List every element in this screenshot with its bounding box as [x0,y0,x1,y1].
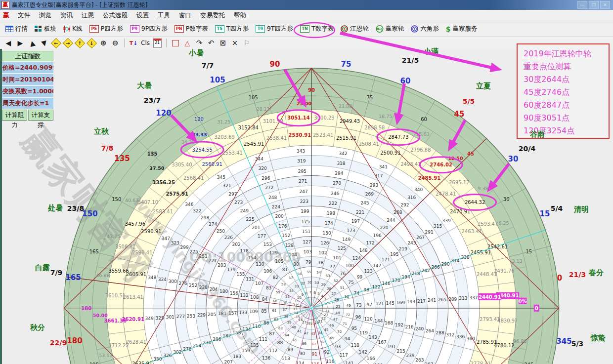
toolbar-item-ps[interactable]: PSP四方形 [86,23,127,36]
rotate-ccw-icon[interactable]: ↶ [206,38,217,48]
annotation-line: 重要点位测算 [524,60,607,73]
calc-resistance-button[interactable]: 计算阻力 [2,110,27,121]
board-icon[interactable]: ⚐ [241,38,252,48]
triangle-tool-icon[interactable]: △ [182,38,193,48]
zoom-in-icon[interactable]: ⊕ [98,38,109,48]
svg-text:Big: Big [377,27,383,31]
close-button[interactable]: ✕ [600,1,610,9]
menu-item[interactable]: 交易委托 [196,11,229,20]
nav-right-icon: ▶ [18,39,23,47]
kline-icon [63,26,70,33]
nav-up-icon[interactable]: ▲ [27,38,38,48]
delete-box-icon[interactable]: ⊠ [218,38,228,48]
menu-item[interactable]: 浏览 [35,11,56,20]
menu-item[interactable]: 帮助 [229,11,251,20]
ts-icon: TS [215,25,224,33]
nav-up-icon: ▲ [29,39,36,47]
index-name: 上证指数 [2,51,53,61]
toolbar-separator [124,39,125,47]
toolbar-item-tn[interactable]: TNT数字表 [297,23,337,36]
pan-left-icon[interactable]: ← [50,38,61,48]
app-logo-icon: 赢 [3,11,9,20]
info-row: 变换系数=1.00000 [2,86,53,97]
menu-item[interactable]: 江恩 [77,11,98,20]
main-toolbar: 行情板块K线PSP四方形P99P四方形PNP数字表TST四方形T99T四方形TN… [0,21,613,37]
nav-down-icon[interactable]: ▼ [39,38,49,48]
menu-item[interactable]: 工具 [153,11,175,20]
pan-right-icon: → [62,38,73,48]
nav-down-icon: ▼ [41,39,47,47]
menu-item[interactable]: 公式选股 [98,11,132,20]
dollar-icon: $ [446,25,451,33]
pan-up-icon: ↑ [74,38,85,48]
time-price-icon: T↓ [130,40,138,46]
nav-left-icon[interactable]: ◀ [3,38,14,48]
zoom-out-icon[interactable]: ⊖ [110,38,121,48]
toolbar-item-ts[interactable]: TST四方形 [212,23,252,36]
toolbar-item-label: 江恩轮 [350,25,369,33]
toolbar-item-gann-wheel[interactable]: 江恩轮 [337,23,372,36]
window-controls: —❐✕ [577,1,610,9]
hexagon-icon [411,25,418,33]
toolbar-item-label: 9T四方形 [267,25,293,33]
annotation-line: 120度3254点 [524,124,607,137]
toolbar-item-label: T四方形 [226,25,249,33]
window-title: 赢家江恩专业版[赢家服务平台] - [上证指数 江恩轮] [12,1,148,9]
pan-down-icon[interactable]: ↓ [86,38,97,48]
toolbar-item-label: 赢家服务 [452,25,477,33]
winner-wheel-icon: Big [376,25,384,33]
quotes-table-icon [5,26,13,32]
annotation-line: 60度2847点 [524,99,607,112]
title-bar: 赢 赢家江恩专业版[赢家服务平台] - [上证指数 江恩轮] —❐✕ [0,0,613,10]
minimize-button[interactable]: — [577,1,587,9]
menu-item[interactable]: 设置 [132,11,153,20]
cls-button: Cls [141,40,150,46]
annotation-line: 30度2644点 [524,73,607,86]
time-price-icon[interactable]: T↓ [128,38,139,48]
annotation-line: 45度2746点 [524,86,607,99]
cls-button[interactable]: Cls [140,38,151,48]
menu-item[interactable]: 窗口 [175,11,196,20]
toolbar-item-quotes-table[interactable]: 行情 [2,23,31,36]
toolbar-item-hexagon[interactable]: 六角形 [407,23,442,36]
toolbar-item-kline[interactable]: K线 [60,23,86,36]
toolbar-item-label: P数字表 [186,25,208,33]
ps-icon: PS [89,25,99,33]
annotation-box: 2019年江恩轮中轮重要点位测算30度2644点45度2746点60度2847点… [517,43,610,139]
zoom-in-icon: ⊕ [100,39,107,47]
toolbar-item-label: P四方形 [101,25,123,33]
annotation-line: 2019年江恩轮中轮 [524,47,607,60]
calc-support-button[interactable]: 计算支撑 [28,110,53,121]
nav-right-icon[interactable]: ▶ [15,38,26,48]
toolbar-item-pn[interactable]: PNP数字表 [171,23,212,36]
rect-tool-icon[interactable] [170,38,181,48]
toolbar-item-blocks[interactable]: 板块 [31,23,60,36]
nav-left-icon: ◀ [6,39,11,47]
toolbar-item-p9[interactable]: P99P四方形 [127,23,171,36]
menu-bar: 赢 文件浏览资讯江恩公式选股设置工具窗口交易委托帮助 [0,10,613,21]
zoom-out-icon: ⊖ [112,39,119,47]
maximize-button[interactable]: ❐ [589,1,599,9]
triangle-tool-icon: △ [185,39,190,47]
toolbar-separator [166,39,167,47]
annotation-line: 90度3051点 [524,112,607,124]
toolbar-item-label: 9P四方形 [141,25,168,33]
p9-icon: P9 [130,25,139,33]
toolbar-item-label: 行情 [15,25,28,33]
toolbar-item-dollar[interactable]: $赢家服务 [442,23,481,36]
toolbar-item-label: T数字表 [311,25,334,33]
pan-right-icon[interactable]: → [62,38,73,48]
menu-item[interactable]: 文件 [13,11,35,20]
toolbar-item-t9[interactable]: T99T四方形 [252,23,297,36]
gann-wheel-icon [341,25,348,33]
cross-move-icon: × [232,39,238,47]
pan-up-icon[interactable]: ↑ [74,38,85,48]
cross-move-icon[interactable]: × [229,38,240,48]
index-info-panel: 上证指数 价格=2440.9099时间=20190104变换系数=1.00000… [2,51,53,121]
toolbar-item-winner-wheel[interactable]: Big赢家轮 [372,23,408,36]
rotate-cw-icon[interactable]: ↷ [194,38,205,48]
rotate-cw-icon: ↷ [196,39,203,47]
menu-item[interactable]: 资讯 [56,11,77,20]
pn-icon: PN [175,25,184,33]
calendar-icon[interactable]: 21 [152,38,163,48]
